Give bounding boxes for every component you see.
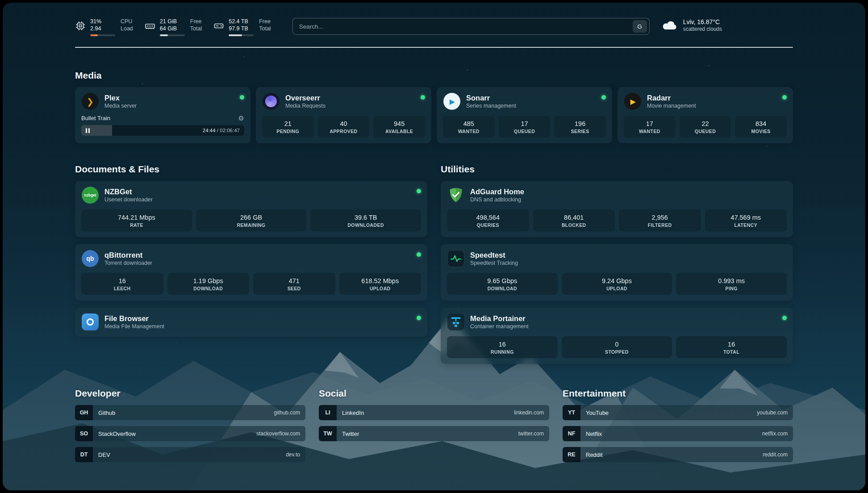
bookmark-abbr: DT — [75, 447, 93, 462]
bookmark-abbr: SO — [75, 426, 93, 441]
stat-label: RATE — [83, 222, 190, 228]
portainer-icon — [447, 313, 465, 331]
disk-label-bottom: Total — [259, 25, 271, 32]
service-subtitle: Media File Management — [104, 323, 164, 330]
qbittorrent-icon: qb — [81, 250, 99, 267]
weather-text: Lviv, 16.87°C scattered clouds — [683, 18, 722, 33]
bookmark-linkedin[interactable]: LI LinkedIn linkedin.com — [319, 405, 549, 420]
nzbget-card[interactable]: nzbget NZBGet Usenet downloader 744.21 M… — [75, 181, 427, 237]
bookmark-youtube[interactable]: YT YouTube youtube.com — [563, 405, 793, 420]
player-time: 24:44 / 02:06:47 — [203, 128, 240, 133]
stat-value: 485 — [445, 120, 493, 128]
stat-label: FILTERED — [621, 222, 699, 228]
weather-condition: scattered clouds — [683, 26, 722, 33]
documents-column: Documents & Files nzbget NZBGet Usenet d… — [75, 164, 427, 364]
overseerr-icon — [262, 92, 280, 110]
portainer-card[interactable]: Media Portainer Container management 16 … — [441, 308, 793, 364]
stat-label: LEECH — [83, 286, 162, 291]
stat-value: 9.24 Gbps — [563, 277, 671, 285]
gear-icon[interactable] — [238, 115, 244, 121]
filebrowser-card[interactable]: File Browser Media File Management — [75, 308, 427, 337]
header-divider — [75, 47, 793, 48]
radarr-card[interactable]: Radarr Movie management 17 WANTED 22 QUE… — [618, 87, 793, 143]
stat-value: 945 — [375, 120, 423, 128]
status-dot — [417, 189, 421, 193]
service-subtitle: Media server — [104, 102, 137, 109]
status-dot — [417, 252, 421, 257]
plex-card[interactable]: Plex Media server Bullet Train 24:44 / 0… — [75, 87, 250, 143]
stat-download: 1.19 Gbps DOWNLOAD — [167, 273, 250, 295]
stat-approved: 40 APPROVED — [318, 116, 370, 138]
speedtest-card[interactable]: Speedtest Speedtest Tracking 9.65 Gbps D… — [441, 244, 793, 301]
stat-value: 17 — [501, 120, 549, 128]
bookmark-dev[interactable]: DT DEV dev.to — [75, 447, 305, 462]
stat-leech: 16 LEECH — [81, 273, 163, 295]
media-grid: Plex Media server Bullet Train 24:44 / 0… — [75, 87, 793, 143]
service-subtitle: DNS and adblocking — [470, 196, 524, 203]
system-metrics: 31% 2.94 CPU Load — [75, 18, 271, 36]
stat-queries: 498,564 QUERIES — [447, 209, 529, 231]
service-title: NZBGet — [104, 187, 153, 196]
dashboard-screen: 31% 2.94 CPU Load — [3, 3, 865, 490]
stat-value: 21 — [264, 120, 312, 128]
service-title: qBittorrent — [104, 251, 152, 259]
player-bar[interactable]: 24:44 / 02:06:47 — [81, 125, 244, 136]
bookmark-url: twitter.com — [513, 426, 549, 441]
search-provider-button[interactable]: G — [633, 20, 647, 33]
now-playing-row: Bullet Train — [81, 115, 244, 121]
cpu-label-bottom: Load — [121, 25, 133, 32]
pause-icon[interactable] — [86, 128, 90, 133]
cpu-labels: CPU Load — [121, 18, 133, 36]
stat-value: 2,956 — [621, 213, 699, 221]
search-input[interactable] — [299, 23, 633, 30]
stat-queued: 17 QUEUED — [499, 116, 551, 138]
stat-value: 9.65 Gbps — [449, 277, 556, 285]
ram-label-bottom: Total — [190, 25, 202, 32]
bookmark-abbr: GH — [75, 405, 93, 420]
service-title: Plex — [104, 93, 137, 102]
speedtest-icon — [447, 250, 465, 267]
bookmark-name: DEV — [93, 447, 116, 462]
bookmark-twitter[interactable]: TW Twitter twitter.com — [319, 426, 549, 441]
bookmark-github[interactable]: GH Github github.com — [75, 405, 305, 420]
bookmark-netflix[interactable]: NF Netflix netflix.com — [563, 426, 793, 441]
entertainment-heading: Entertainment — [563, 388, 793, 399]
nzbget-icon: nzbget — [81, 186, 99, 204]
stat-remaining: 266 GB REMAINING — [196, 209, 307, 231]
bookmark-abbr: LI — [319, 405, 337, 420]
social-column: Social LI LinkedIn linkedin.com TW Twitt… — [319, 388, 549, 468]
stat-label: DOWNLOAD — [169, 286, 248, 291]
stat-label: BLOCKED — [535, 222, 613, 228]
ram-total: 64 GiB — [160, 25, 185, 32]
cpu-icon — [75, 21, 86, 31]
bookmark-name: LinkedIn — [337, 405, 369, 420]
bookmark-stackoverflow[interactable]: SO StackOverflow stackoverflow.com — [75, 426, 305, 441]
cpu-values: 31% 2.94 — [90, 18, 115, 36]
bookmark-reddit[interactable]: RE Reddit reddit.com — [563, 447, 793, 462]
overseerr-card[interactable]: Overseerr Media Requests 21 PENDING 40 A… — [256, 87, 431, 143]
bookmark-name: YouTube — [580, 405, 614, 420]
media-section: Media Plex Media server Bullet Train — [75, 70, 793, 143]
sonarr-card[interactable]: Sonarr Series management 485 WANTED 17 Q… — [437, 87, 612, 143]
stat-label: LATENCY — [707, 222, 785, 228]
stat-rate: 744.21 Mbps RATE — [81, 209, 192, 231]
cpu-metric: 31% 2.94 CPU Load — [75, 18, 133, 36]
service-subtitle: Movie management — [647, 102, 696, 109]
status-dot — [782, 316, 787, 320]
stat-label: AVAILABLE — [375, 129, 423, 134]
qbittorrent-card[interactable]: qb qBittorrent Torrent downloader 16 LEE… — [75, 244, 427, 301]
status-dot — [417, 316, 421, 320]
stat-label: MOVIES — [737, 129, 785, 134]
stat-value: 744.21 Mbps — [83, 213, 190, 221]
stat-ping: 0.993 ms PING — [676, 273, 787, 295]
bookmark-name: Netflix — [580, 426, 607, 441]
stat-upload: 9.24 Gbps UPLOAD — [562, 273, 672, 295]
stat-label: QUEUED — [501, 129, 549, 134]
cpu-percent: 31% — [90, 18, 115, 25]
media-heading: Media — [75, 70, 793, 81]
stat-running: 16 RUNNING — [447, 336, 558, 358]
disk-bar — [229, 34, 254, 36]
ram-label-top: Free — [190, 18, 202, 25]
adguard-card[interactable]: AdGuard Home DNS and adblocking 498,564 … — [441, 181, 793, 237]
stat-label: PENDING — [264, 129, 312, 134]
